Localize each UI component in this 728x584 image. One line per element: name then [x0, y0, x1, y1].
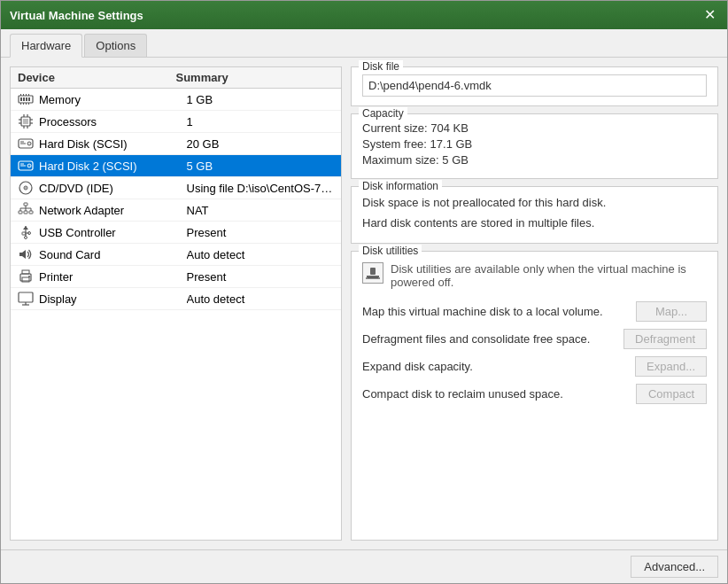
- svg-point-30: [29, 166, 30, 167]
- tab-hardware[interactable]: Hardware: [10, 34, 82, 58]
- svg-rect-62: [368, 277, 378, 278]
- utility-button-defragment[interactable]: Defragment: [623, 329, 707, 349]
- current-size-row: Current size: 704 KB: [362, 121, 707, 135]
- virtual-machine-settings-window: Virtual Machine Settings ✕ Hardware Opti…: [0, 0, 728, 584]
- device-summary-usb-controller: Present: [187, 226, 335, 239]
- device-row-processors[interactable]: Processors1: [11, 111, 341, 133]
- content-area: Device Summary Memory1 GBProcessors1Hard…: [1, 58, 727, 549]
- device-list-panel: Device Summary Memory1 GBProcessors1Hard…: [10, 66, 342, 541]
- sound-icon: [18, 246, 34, 262]
- disk-file-input[interactable]: [362, 74, 707, 97]
- capacity-content: Current size: 704 KBSystem free: 17.1 GB…: [362, 121, 707, 167]
- svg-marker-51: [19, 250, 26, 259]
- device-summary-cd-dvd: Using file D:\iso\CentOS-7-x...: [187, 182, 335, 195]
- svg-rect-14: [23, 119, 28, 124]
- cdrom-icon: [18, 180, 34, 196]
- device-row-sound-card[interactable]: Sound CardAuto detect: [11, 244, 341, 266]
- window-title: Virtual Machine Settings: [10, 9, 143, 22]
- svg-rect-60: [370, 268, 376, 275]
- device-row-usb-controller[interactable]: USB ControllerPresent: [11, 222, 341, 244]
- utility-row-defragment: Defragment files and consolidate free sp…: [362, 329, 707, 349]
- device-name-cd-dvd: CD/DVD (IDE): [39, 182, 187, 195]
- col-summary-header: Summary: [176, 71, 335, 84]
- disk-utilities-notice-text: Disk utilities are available only when t…: [391, 262, 707, 289]
- device-summary-hard-disk-2: 5 GB: [187, 160, 335, 173]
- tab-bar: Hardware Options: [1, 29, 727, 58]
- device-summary-processors: 1: [187, 115, 335, 128]
- device-name-network-adapter: Network Adapter: [39, 204, 187, 217]
- disk-info-content: Disk space is not preallocated for this …: [362, 194, 707, 231]
- disk-file-label: Disk file: [359, 60, 403, 73]
- disk-info-line2: Hard disk contents are stored in multipl…: [362, 214, 707, 232]
- utility-button-compact[interactable]: Compact: [636, 384, 707, 404]
- harddisk-icon: [18, 158, 34, 174]
- svg-rect-8: [28, 94, 29, 96]
- utility-row-compact: Compact disk to reclaim unused space.Com…: [362, 384, 707, 404]
- svg-rect-1: [20, 97, 22, 101]
- printer-icon: [18, 269, 34, 284]
- utility-button-map[interactable]: Map...: [636, 301, 707, 322]
- maximum-size-row: Maximum size: 5 GB: [362, 153, 707, 167]
- device-name-printer: Printer: [39, 270, 187, 284]
- svg-rect-36: [24, 203, 27, 206]
- svg-rect-6: [23, 94, 24, 96]
- device-name-hard-disk-1: Hard Disk (SCSI): [39, 137, 187, 151]
- device-row-hard-disk-2[interactable]: Hard Disk 2 (SCSI)5 GB: [11, 155, 341, 177]
- system-free-value: 17.1 GB: [430, 137, 473, 151]
- svg-point-50: [25, 237, 27, 239]
- device-summary-sound-card: Auto detect: [187, 248, 335, 261]
- utility-row-expand: Expand disk capacity.Expand...: [362, 356, 707, 377]
- utility-label-map: Map this virtual machine disk to a local…: [362, 305, 636, 318]
- svg-marker-46: [23, 226, 28, 230]
- current-size-label: Current size:: [362, 121, 430, 135]
- device-row-printer[interactable]: PrinterPresent: [11, 266, 341, 288]
- current-size-value: 704 KB: [430, 121, 469, 135]
- svg-rect-38: [24, 211, 27, 214]
- memory-icon: [18, 91, 34, 107]
- svg-point-25: [29, 144, 30, 144]
- device-row-cd-dvd[interactable]: CD/DVD (IDE)Using file D:\iso\CentOS-7-x…: [11, 177, 341, 199]
- device-summary-printer: Present: [187, 270, 335, 284]
- capacity-label: Capacity: [359, 107, 407, 120]
- advanced-button[interactable]: Advanced...: [631, 556, 718, 578]
- disk-utilities-section: Disk utilities Disk utilities are availa…: [351, 251, 718, 541]
- disk-utilities-label: Disk utilities: [359, 245, 422, 257]
- device-name-hard-disk-2: Hard Disk 2 (SCSI): [39, 160, 187, 173]
- device-name-usb-controller: USB Controller: [39, 226, 187, 239]
- svg-rect-2: [23, 97, 25, 101]
- system-free-row: System free: 17.1 GB: [362, 137, 707, 151]
- svg-point-35: [25, 187, 27, 189]
- tab-options[interactable]: Options: [84, 34, 147, 57]
- device-row-hard-disk-1[interactable]: Hard Disk (SCSI)20 GB: [11, 133, 341, 155]
- maximum-size-label: Maximum size:: [362, 153, 442, 167]
- utility-label-defragment: Defragment files and consolidate free sp…: [362, 332, 623, 346]
- disk-utilities-notice: Disk utilities are available only when t…: [362, 259, 707, 292]
- usb-icon: [18, 224, 34, 240]
- col-device-header: Device: [18, 71, 176, 84]
- disk-file-content: [362, 74, 707, 97]
- disk-utilities-content: Disk utilities are available only when t…: [362, 259, 707, 404]
- utility-button-expand[interactable]: Expand...: [635, 356, 707, 377]
- utility-label-compact: Compact disk to reclaim unused space.: [362, 387, 636, 401]
- device-row-display[interactable]: DisplayAuto detect: [11, 288, 341, 310]
- close-button[interactable]: ✕: [701, 6, 718, 24]
- svg-rect-10: [23, 103, 24, 105]
- footer: Advanced...: [1, 549, 727, 583]
- display-icon: [18, 291, 34, 307]
- system-free-label: System free:: [362, 137, 430, 151]
- disk-info-line1: Disk space is not preallocated for this …: [362, 194, 707, 212]
- disk-file-section: Disk file: [351, 66, 718, 106]
- notice-icon: [362, 262, 383, 284]
- utility-rows-container: Map this virtual machine disk to a local…: [362, 301, 707, 404]
- device-table-header: Device Summary: [11, 67, 341, 89]
- svg-rect-56: [19, 292, 33, 302]
- svg-rect-12: [28, 103, 29, 105]
- device-row-network-adapter[interactable]: Network AdapterNAT: [11, 199, 341, 222]
- device-name-sound-card: Sound Card: [39, 248, 187, 261]
- disk-info-label: Disk information: [359, 180, 442, 192]
- device-row-memory[interactable]: Memory1 GB: [11, 89, 341, 111]
- svg-rect-37: [19, 211, 22, 214]
- right-panel: Disk file Capacity Current size: 704 KBS…: [351, 66, 718, 541]
- svg-rect-11: [26, 103, 27, 105]
- utility-label-expand: Expand disk capacity.: [362, 360, 635, 373]
